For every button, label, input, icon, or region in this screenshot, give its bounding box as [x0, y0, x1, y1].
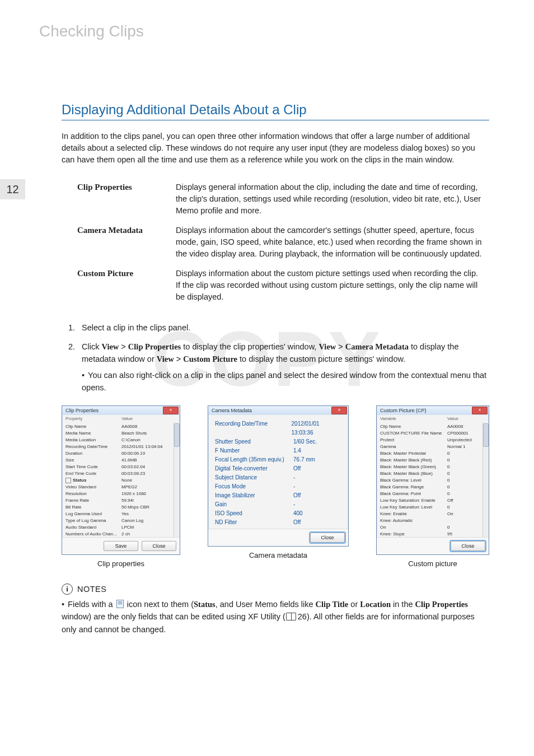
definition-term: Clip Properties	[73, 178, 170, 220]
metadata-name: Digital Tele-converter	[215, 464, 293, 473]
variable-row: Black: Master Black (Green)0	[380, 464, 488, 470]
metadata-row: ND FilterOff	[215, 518, 341, 527]
footer: Close	[377, 537, 489, 554]
step-1: 1. Select a clip in the clips panel.	[68, 322, 489, 334]
clip-properties-window: Clip Properties x Property Value Clip Na…	[62, 405, 180, 555]
page-ref-icon	[286, 613, 296, 620]
metadata-row: Recording Date/Time2012/01/01 13:03:36	[215, 419, 341, 437]
variable-name: On	[380, 524, 447, 531]
property-row: Resolution1920 x 1080	[65, 491, 179, 497]
text: window) are the only fields that can be …	[62, 612, 285, 621]
menu-path: Camera Metadata	[345, 342, 409, 351]
property-value: MPEG2	[121, 484, 137, 491]
property-name: Recording Date/Time	[65, 444, 121, 450]
property-name: Log Gamma Used	[65, 511, 121, 517]
menu-path: Custom Picture	[183, 354, 237, 363]
variable-name: Black: Master Black (Blue)	[380, 470, 447, 477]
metadata-row: Gain-	[215, 500, 341, 509]
property-value: 50 Mbps CBR	[121, 504, 149, 511]
property-row: Numbers of Audio Chan...2 ch	[65, 531, 179, 537]
property-row: Media LocationC:\Canon	[65, 437, 179, 444]
close-button[interactable]: Close	[310, 533, 345, 543]
notes-body: •Fields with a icon next to them (Status…	[62, 598, 489, 636]
variable-row: Black Gamma: Point0	[380, 491, 488, 497]
variable-row: Low Key Saturation: EnableOff	[380, 497, 488, 504]
steps-list: 1. Select a clip in the clips panel. 2. …	[68, 322, 489, 394]
step-sub: •You can also right-click on a clip in t…	[82, 370, 489, 394]
text: to display the clip properties' window,	[181, 342, 318, 351]
variable-value: AA0008	[447, 423, 463, 430]
property-value: AA0008	[121, 423, 137, 430]
variable-value: 0	[447, 504, 449, 511]
metadata-name: Gain	[215, 500, 293, 509]
property-row: End Time Code00:03:08.23	[65, 470, 179, 477]
property-row: Size41.6MB	[65, 457, 179, 464]
property-name: Resolution	[65, 491, 121, 497]
metadata-row: Image StabilizerOff	[215, 491, 341, 500]
metadata-name: F Number	[215, 446, 293, 455]
variable-name: Gamma	[380, 444, 447, 450]
metadata-value: -	[293, 482, 295, 491]
variable-row: Black: Master Black (Red)0	[380, 457, 488, 464]
text: in the	[391, 600, 415, 609]
property-name: Bit Rate	[65, 504, 121, 511]
property-name: Start Time Code	[65, 464, 121, 470]
scrollbar[interactable]	[483, 422, 489, 537]
metadata-name: Recording Date/Time	[215, 419, 292, 437]
step-body: Click View > Clip Properties to display …	[82, 341, 489, 394]
variable-name: Black: Master Black (Green)	[380, 464, 447, 470]
property-row: Duration00:00:06.19	[65, 450, 179, 457]
property-name: Size	[65, 457, 121, 464]
step-body: Select a clip in the clips panel.	[82, 322, 489, 334]
variable-value: 0	[447, 464, 449, 470]
variable-value: 0	[447, 457, 449, 464]
info-icon: i	[62, 584, 73, 595]
definition-desc: Displays information about the custom pi…	[171, 264, 488, 306]
variable-row: GammaNormal 1	[380, 444, 488, 450]
scroll-thumb[interactable]	[483, 423, 489, 447]
text: You can also right-click on a clip in th…	[82, 371, 486, 392]
variable-name: Low Key Saturation: Enable	[380, 497, 447, 504]
property-value: 1920 x 1080	[121, 491, 146, 497]
property-value: Beach Shots	[121, 430, 147, 437]
variable-row: Clip NameAA0008	[380, 423, 488, 430]
definition-term: Camera Metadata	[73, 221, 170, 263]
field-name: Location	[360, 600, 391, 609]
variable-name: Black: Master Pedestal	[380, 450, 447, 457]
column-headers: Variable Value	[377, 415, 489, 422]
clip-properties-column: Clip Properties x Property Value Clip Na…	[62, 405, 180, 568]
screenshots-row: Clip Properties x Property Value Clip Na…	[62, 405, 489, 568]
notes-heading: i NOTES	[62, 584, 489, 595]
metadata-name: Focal Length (35mm equiv.)	[215, 455, 293, 464]
close-icon[interactable]: x	[163, 407, 179, 414]
variable-row: Black: Master Black (Blue)0	[380, 470, 488, 477]
variable-name: Black Gamma: Point	[380, 491, 447, 497]
definition-row: Custom Picture Displays information abou…	[73, 264, 488, 306]
save-button[interactable]: Save	[104, 541, 138, 551]
close-button[interactable]: Close	[142, 541, 176, 551]
property-name: Numbers of Audio Chan...	[65, 531, 121, 537]
property-value: 41.6MB	[121, 457, 137, 464]
variable-name: Knee: Enable	[380, 511, 447, 517]
definition-term: Custom Picture	[73, 264, 170, 306]
variable-value: CP000001	[447, 430, 469, 437]
text: to display the custom picture settings' …	[237, 354, 405, 363]
window-title: Camera Metadata	[212, 408, 252, 413]
metadata-name: Image Stabilizer	[215, 491, 293, 500]
metadata-row: Focus Mode-	[215, 482, 341, 491]
text: >	[336, 342, 345, 351]
close-button[interactable]: Close	[451, 541, 485, 551]
close-icon[interactable]: x	[472, 407, 488, 414]
col-value: Value	[447, 416, 458, 421]
scrollbar[interactable]	[174, 422, 180, 537]
property-row: Audio StandardLPCM	[65, 524, 179, 531]
metadata-row: Focal Length (35mm equiv.)76.7 mm	[215, 455, 341, 464]
variable-value: 0	[447, 524, 449, 531]
variable-name: Low Key Saturation: Level	[380, 504, 447, 511]
scroll-thumb[interactable]	[174, 423, 180, 447]
metadata-content: Recording Date/Time2012/01/01 13:03:36Sh…	[208, 415, 348, 529]
window-title: Clip Properties	[65, 408, 99, 413]
close-icon[interactable]: x	[331, 407, 347, 414]
text: >	[119, 342, 128, 351]
col-property: Property	[65, 416, 121, 421]
